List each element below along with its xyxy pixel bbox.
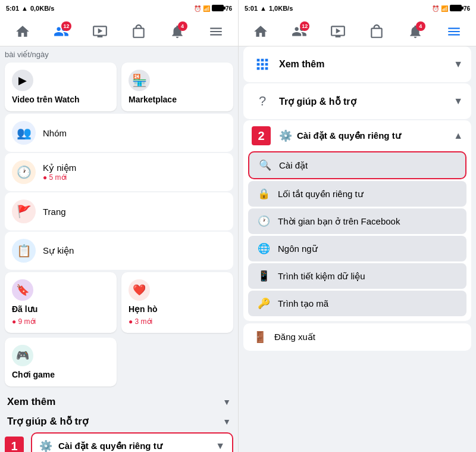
su-kien-label: Sự kiện — [43, 245, 74, 256]
right-nav-notifications[interactable]: 4 — [403, 20, 427, 43]
xem-them-icon-right — [252, 54, 273, 75]
tro-giup-item-right[interactable]: ? Trợ giúp & hỗ trợ ▼ — [243, 83, 471, 119]
cai-dat-subitems: 🔍 Cài đặt 🔒 Lối tắt quyền riêng tư 🕐 Thờ… — [243, 151, 471, 321]
da-luu-card[interactable]: 🔖 Đã lưu ● 9 mới — [5, 272, 117, 333]
right-network-icon: ▲ — [260, 5, 267, 12]
tao-ma-label: Trình tạo mã — [278, 298, 328, 309]
tro-giup-icon-right: ? — [252, 91, 273, 112]
left-content: bài viết/ngày ▶ Video trên Watch 🏪 Marke… — [0, 46, 238, 452]
dang-xuat-icon-right: 🚪 — [252, 331, 268, 344]
left-battery — [212, 5, 224, 13]
left-signal: 📶 — [203, 5, 210, 12]
dang-xuat-label-right: Đăng xuất — [274, 332, 315, 342]
tro-giup-chevron-left: ▼ — [223, 417, 231, 426]
hen-ho-icon: ❤️ — [129, 279, 150, 301]
groups-badge: 12 — [61, 21, 71, 31]
choi-game-card[interactable]: 🎮 Chơi game — [5, 338, 117, 386]
tro-giup-label-right: Trợ giúp & hỗ trợ — [279, 96, 356, 107]
marketplace-icon: 🏪 — [129, 70, 150, 91]
tao-ma-item[interactable]: 🔑 Trình tạo mã — [248, 291, 466, 316]
top-grid: ▶ Video trên Watch 🏪 Marketplace — [0, 60, 238, 114]
left-network: 0,0KB/s — [30, 5, 54, 12]
trang-icon: 🚩 — [12, 199, 36, 223]
xem-them-chevron-right: ▼ — [453, 59, 463, 70]
cai-dat-label-left: Cài đặt & quyền riêng tư — [58, 441, 162, 451]
da-luu-badge: ● 9 mới — [12, 317, 109, 326]
left-nav-bar: 12 4 — [0, 17, 238, 46]
da-luu-icon: 🔖 — [12, 279, 33, 301]
left-alarm-icon: ⏰ — [194, 5, 201, 12]
tao-ma-icon: 🔑 — [255, 297, 272, 310]
right-nav-marketplace[interactable] — [365, 20, 389, 43]
ngon-ngu-label: Ngôn ngữ — [278, 244, 318, 254]
marketplace-label: Marketplace — [129, 95, 226, 104]
cai-dat-item-left[interactable]: ⚙️ Cài đặt & quyền riêng tư ▼ — [31, 432, 233, 452]
tiet-kiem-item[interactable]: 📱 Trình tiết kiệm dữ liệu — [248, 263, 466, 289]
right-network: 1,0KB/s — [269, 5, 293, 12]
cai-dat-subitem-label: Cài đặt — [279, 160, 308, 171]
tro-giup-chevron-right: ▼ — [453, 96, 463, 107]
loi-tat-icon: 🔒 — [255, 188, 272, 200]
notifications-badge: 4 — [178, 21, 187, 31]
su-kien-item[interactable]: 📋 Sự kiện — [5, 232, 233, 270]
hen-ho-card[interactable]: ❤️ Hẹn hò ● 3 mới — [121, 272, 233, 333]
video-watch-icon: ▶ — [12, 70, 33, 91]
cai-dat-subitem-highlighted[interactable]: 🔍 Cài đặt — [248, 151, 466, 179]
nav-marketplace[interactable] — [127, 20, 151, 43]
ngon-ngu-icon: 🌐 — [255, 242, 272, 255]
ky-niem-icon: 🕐 — [12, 160, 36, 184]
tro-giup-section-left[interactable]: Trợ giúp & hỗ trợ ▼ — [0, 413, 238, 432]
nav-menu[interactable] — [204, 20, 228, 43]
left-phone-screen: 5:01 ▲ 0,0KB/s ⏰ 📶 76 12 4 — [0, 0, 238, 452]
loi-tat-item[interactable]: 🔒 Lối tắt quyền riêng tư — [248, 181, 466, 207]
nav-notifications[interactable]: 4 — [165, 20, 189, 43]
xem-them-item-right[interactable]: Xem thêm ▼ — [243, 46, 471, 82]
xem-them-chevron-left: ▼ — [223, 397, 231, 407]
right-nav-groups[interactable]: 12 — [287, 20, 311, 43]
right-signal: 📶 — [441, 5, 448, 12]
tiet-kiem-icon: 📱 — [255, 270, 272, 282]
choi-game-icon: 🎮 — [12, 345, 33, 366]
loi-tat-label: Lối tắt quyền riêng tư — [278, 189, 364, 199]
step2-badge: 2 — [252, 126, 271, 145]
cai-dat-header-right[interactable]: 2 ⚙️ Cài đặt & quyền riêng tư ▲ — [243, 120, 471, 151]
nav-groups[interactable]: 12 — [49, 20, 73, 43]
cai-dat-section-right: 2 ⚙️ Cài đặt & quyền riêng tư ▲ 🔍 Cài đặ… — [243, 120, 471, 321]
left-time: 5:01 — [6, 5, 19, 12]
xem-them-title-left: Xem thêm — [7, 396, 55, 408]
nhom-label: Nhóm — [43, 128, 67, 138]
right-nav-watch[interactable] — [326, 20, 350, 43]
dang-xuat-right[interactable]: 🚪 Đăng xuất — [243, 323, 471, 351]
single-items-list: 👥 Nhóm 🕐 Kỷ niệm ● 5 mới 🚩 Trang 📋 — [0, 114, 238, 270]
xem-them-label-right: Xem thêm — [279, 59, 324, 70]
trang-item[interactable]: 🚩 Trang — [5, 192, 233, 230]
right-nav-menu[interactable] — [442, 20, 466, 43]
su-kien-icon: 📋 — [12, 239, 36, 263]
cai-dat-chevron-left: ▼ — [215, 441, 225, 451]
right-nav-bar: 12 4 — [239, 17, 476, 46]
nhom-icon: 👥 — [12, 121, 36, 145]
left-network-icon: ▲ — [21, 5, 28, 12]
cai-dat-gear-icon-right: ⚙️ — [279, 129, 292, 142]
nhom-item[interactable]: 👥 Nhóm — [5, 114, 233, 152]
left-status-bar: 5:01 ▲ 0,0KB/s ⏰ 📶 76 — [0, 0, 238, 17]
second-grid: 🔖 Đã lưu ● 9 mới ❤️ Hẹn hò ● 3 mới 🎮 Chơ… — [0, 270, 238, 389]
nav-home[interactable] — [11, 20, 35, 43]
right-alarm-icon: ⏰ — [432, 5, 439, 12]
cai-dat-chevron-right: ▲ — [453, 130, 463, 141]
xem-them-section-left[interactable]: Xem thêm ▼ — [0, 389, 238, 413]
right-nav-home[interactable] — [249, 20, 273, 43]
thoi-gian-item[interactable]: 🕐 Thời gian bạn ở trên Facebook — [248, 208, 466, 234]
ngon-ngu-item[interactable]: 🌐 Ngôn ngữ — [248, 236, 466, 261]
ky-niem-item[interactable]: 🕐 Kỷ niệm ● 5 mới — [5, 153, 233, 191]
marketplace-card[interactable]: 🏪 Marketplace — [121, 63, 233, 111]
hen-ho-badge: ● 3 mới — [129, 317, 226, 326]
right-groups-badge: 12 — [300, 21, 309, 31]
video-watch-card[interactable]: ▶ Video trên Watch — [5, 63, 117, 111]
partial-top-text: bài viết/ngày — [0, 46, 238, 60]
tiet-kiem-label: Trình tiết kiệm dữ liệu — [278, 271, 365, 282]
right-phone-screen: 5:01 ▲ 1,0KB/s ⏰ 📶 76 12 4 — [238, 0, 476, 452]
step1-badge: 1 — [5, 437, 24, 452]
ky-niem-label: Kỷ niệm — [43, 163, 76, 173]
nav-watch[interactable] — [88, 20, 112, 43]
